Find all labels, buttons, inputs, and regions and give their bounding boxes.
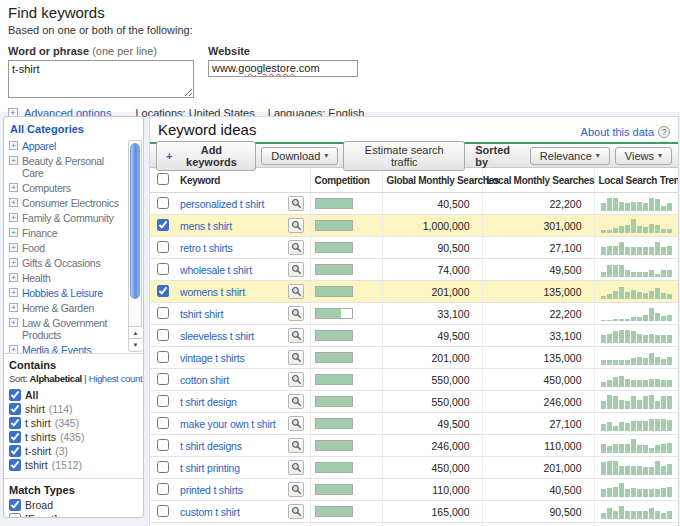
filter-option[interactable]: t shirts (435) — [9, 430, 138, 444]
scrollbar-thumb[interactable] — [130, 143, 140, 299]
add-keywords-button[interactable]: + Add keywords — [156, 141, 256, 171]
search-keyword-icon[interactable] — [288, 438, 304, 453]
row-checkbox[interactable] — [157, 373, 169, 385]
filter-option[interactable]: [Exact] — [9, 512, 138, 518]
search-keyword-icon[interactable] — [288, 460, 304, 475]
row-checkbox[interactable] — [157, 505, 169, 517]
filter-checkbox[interactable] — [9, 431, 21, 443]
filter-checkbox[interactable] — [9, 417, 21, 429]
download-button[interactable]: Download ▾ — [261, 147, 338, 165]
expand-plus-icon[interactable]: + — [9, 198, 18, 207]
search-keyword-icon[interactable] — [288, 240, 304, 255]
category-item[interactable]: + Apparel — [9, 139, 127, 154]
search-keyword-icon[interactable] — [288, 218, 304, 233]
row-checkbox[interactable] — [157, 483, 169, 495]
select-all-checkbox[interactable] — [157, 173, 169, 185]
keyword-link[interactable]: vintage t shirts — [180, 352, 245, 364]
filter-option[interactable]: shirt (114) — [9, 402, 138, 416]
views-dropdown[interactable]: Views ▾ — [615, 147, 672, 165]
expand-plus-icon[interactable]: + — [9, 141, 18, 150]
row-checkbox[interactable] — [157, 307, 169, 319]
expand-plus-icon[interactable]: + — [9, 318, 18, 327]
keyword-link[interactable]: sleeveless t shirt — [180, 330, 254, 342]
filter-checkbox[interactable] — [9, 403, 21, 415]
category-item[interactable]: + Consumer Electronics — [9, 196, 127, 211]
keyword-link[interactable]: personalized t shirt — [180, 198, 264, 210]
filter-option[interactable]: t-shirt (3) — [9, 444, 138, 458]
column-header-global-searches[interactable]: Global Monthly Searches — [382, 168, 482, 193]
keyword-link[interactable]: mens t shirt — [180, 220, 232, 232]
filter-checkbox[interactable] — [9, 389, 21, 401]
expand-plus-icon[interactable]: + — [9, 156, 18, 165]
search-keyword-icon[interactable] — [288, 504, 304, 519]
row-checkbox[interactable] — [157, 461, 169, 473]
filter-option[interactable]: t shirt (345) — [9, 416, 138, 430]
expand-plus-icon[interactable]: + — [9, 303, 18, 312]
column-header-local-trends[interactable]: Local Search Trends — [594, 168, 678, 193]
search-keyword-icon[interactable] — [288, 262, 304, 277]
expand-plus-icon[interactable]: + — [9, 288, 18, 297]
keyword-link[interactable]: cotton shirt — [180, 374, 229, 386]
category-item[interactable]: + Food — [9, 241, 127, 256]
expand-plus-icon[interactable]: + — [9, 228, 18, 237]
category-item[interactable]: + Family & Community — [9, 211, 127, 226]
column-header-competition[interactable]: Competition — [310, 168, 382, 193]
filter-checkbox[interactable] — [9, 445, 21, 457]
column-header-local-searches[interactable]: Local Monthly Searches — [482, 168, 594, 193]
category-item[interactable]: + Beauty & Personal Care — [9, 154, 127, 181]
scroll-down-button[interactable]: ▼ — [129, 338, 142, 350]
category-item[interactable]: + Hobbies & Leisure — [9, 286, 127, 301]
row-checkbox[interactable] — [157, 395, 169, 407]
category-item[interactable]: + Law & Government Products — [9, 316, 127, 343]
expand-plus-icon[interactable]: + — [9, 243, 18, 252]
row-checkbox[interactable] — [157, 329, 169, 341]
sort-highest-count-link[interactable]: Highest count — [89, 373, 143, 384]
all-categories-link[interactable]: All Categories — [4, 117, 143, 139]
category-scrollbar[interactable]: ▲ ▼ — [128, 140, 142, 352]
word-phrase-input[interactable] — [8, 60, 194, 98]
keyword-link[interactable]: t shirt design — [180, 396, 237, 408]
row-checkbox[interactable] — [157, 241, 169, 253]
category-item[interactable]: + Finance — [9, 226, 127, 241]
expand-plus-icon[interactable]: + — [9, 183, 18, 192]
filter-option[interactable]: All — [9, 388, 138, 402]
keyword-link[interactable]: tshirt shirt — [180, 308, 223, 320]
row-checkbox[interactable] — [157, 263, 169, 275]
search-keyword-icon[interactable] — [288, 394, 304, 409]
keyword-link[interactable]: wholesale t shirt — [180, 264, 252, 276]
search-keyword-icon[interactable] — [288, 482, 304, 497]
keyword-link[interactable]: custom t shirt — [180, 506, 240, 518]
scroll-up-button[interactable]: ▲ — [129, 326, 142, 338]
help-icon[interactable]: ? — [658, 126, 670, 138]
website-input[interactable]: www.googlestore.com — [208, 60, 358, 77]
expand-plus-icon[interactable]: + — [9, 258, 18, 267]
search-keyword-icon[interactable] — [288, 196, 304, 211]
sort-alphabetical[interactable]: Alphabetical — [30, 373, 82, 384]
search-keyword-icon[interactable] — [288, 372, 304, 387]
search-keyword-icon[interactable] — [288, 350, 304, 365]
category-item[interactable]: + Health — [9, 271, 127, 286]
search-keyword-icon[interactable] — [288, 328, 304, 343]
row-checkbox[interactable] — [157, 219, 169, 231]
filter-checkbox[interactable] — [9, 459, 21, 471]
keyword-link[interactable]: t shirt printing — [180, 462, 240, 474]
about-this-data-link[interactable]: About this data — [581, 126, 654, 138]
filter-option[interactable]: tshirt (1512) — [9, 458, 138, 472]
category-item[interactable]: + Media & Events — [9, 343, 127, 353]
filter-option[interactable]: Broad — [9, 498, 138, 512]
keyword-link[interactable]: retro t shirts — [180, 242, 233, 254]
search-keyword-icon[interactable] — [288, 284, 304, 299]
category-item[interactable]: + Gifts & Occasions — [9, 256, 127, 271]
expand-plus-icon[interactable]: + — [9, 213, 18, 222]
expand-plus-icon[interactable]: + — [9, 273, 18, 282]
keyword-link[interactable]: make your own t shirt — [180, 418, 276, 430]
row-checkbox[interactable] — [157, 285, 169, 297]
category-item[interactable]: + Home & Garden — [9, 301, 127, 316]
filter-checkbox[interactable] — [9, 499, 21, 511]
keyword-link[interactable]: t shirt designs — [180, 440, 242, 452]
filter-checkbox[interactable] — [9, 513, 21, 518]
category-item[interactable]: + Computers — [9, 181, 127, 196]
column-header-keyword[interactable]: Keyword — [176, 168, 284, 193]
search-keyword-icon[interactable] — [288, 416, 304, 431]
row-checkbox[interactable] — [157, 197, 169, 209]
